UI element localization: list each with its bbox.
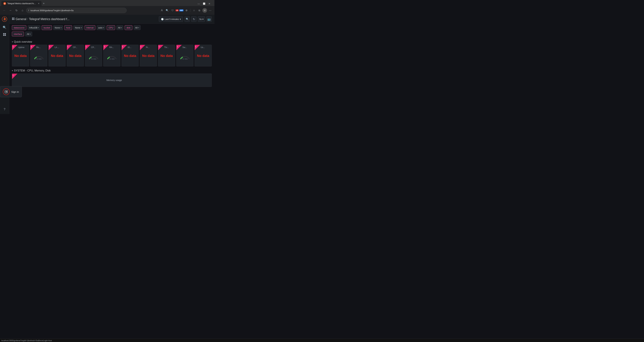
panel-no-data-io: No data (123, 50, 137, 62)
filter-label-cpu: CPU (107, 25, 115, 30)
section-header-quick-overview[interactable]: ▾ Quick overview (12, 39, 212, 45)
sidebar-item-dashboards[interactable] (1, 31, 8, 38)
sign-in-label[interactable]: Sign in (11, 90, 19, 93)
filter-label-interval: Interval (84, 25, 96, 30)
svg-rect-4 (3, 35, 4, 36)
home-button[interactable]: ⌂ (20, 8, 25, 13)
svg-text:No data: No data (109, 58, 114, 60)
section-header-system[interactable]: ▾ SYSTEM - CPU, Memory, Disk (12, 68, 212, 73)
filter-label-bucket: bucket (42, 25, 52, 30)
sidebar-item-search[interactable]: 🔍 (1, 24, 8, 31)
alert-dot: ! (122, 45, 123, 48)
shield-button[interactable]: 🛡 (170, 8, 175, 13)
panel-ra: ! RA... No data (103, 45, 120, 66)
grafana-logo[interactable] (2, 16, 8, 22)
more-options-button[interactable]: ⋯ (208, 8, 212, 13)
zoom-out-button[interactable]: 🔍 (184, 16, 190, 22)
panel-title-cp2: CP... (91, 46, 101, 48)
filter-label-datasource: datasource (12, 25, 26, 30)
back-button[interactable]: ← (2, 8, 7, 13)
profile-avatar[interactable]: U (202, 8, 207, 13)
alert-dot: ! (104, 45, 105, 48)
chevron-down-icon: ▾ (202, 18, 204, 20)
lock-icon: ℹ (28, 9, 29, 11)
filter-select-interval[interactable]: auto ▾ (97, 25, 106, 30)
nav-bar: ← → ↻ ⌂ ℹ localhost:3000/grafana/?orgId=… (0, 6, 214, 15)
filter-label-disk: disk (125, 25, 132, 30)
url-text: localhost:3000/grafana/?orgId=1&refresh=… (30, 9, 74, 12)
filter-select-influxdb[interactable]: InfluxDB ▾ (28, 25, 40, 30)
panel-cp1: ! CP... No data (67, 45, 84, 66)
top-bar: General / Telegraf Metrics dashboard f..… (9, 15, 214, 23)
svg-rect-8 (14, 17, 14, 18)
filter-value-cpu: All (118, 26, 120, 29)
svg-text:No data: No data (91, 58, 96, 60)
maximize-button[interactable]: ⬜ (202, 1, 206, 6)
sidebar-item-help[interactable]: ? (1, 106, 8, 113)
new-tab-button[interactable]: + (42, 1, 46, 6)
filter-select-bucket[interactable]: None ▾ (53, 25, 63, 30)
svg-rect-3 (5, 33, 6, 34)
profile-translate-button[interactable]: A (160, 8, 164, 13)
svg-rect-7 (12, 17, 13, 18)
panel-memory-usage: ! Memory usage (12, 73, 212, 87)
tv-mode-button[interactable]: 📺 (206, 16, 212, 22)
refresh-interval-label: 5s (199, 18, 202, 20)
svg-rect-2 (3, 33, 4, 34)
main-content: General / Telegraf Metrics dashboard f..… (9, 15, 214, 114)
filter-value-interval: auto (98, 26, 102, 29)
clock-icon: 🕐 (161, 18, 164, 20)
breadcrumb-section[interactable]: General (16, 17, 26, 21)
alert-dot: ! (31, 45, 32, 48)
alert-dot: ! (140, 45, 141, 48)
alert-dot: ! (86, 45, 86, 48)
zoom-button[interactable]: 🔍 (165, 8, 170, 13)
panel-title-us: Us... (201, 46, 210, 48)
panel-title-memory: Memory usage (106, 79, 122, 81)
panel-thr: ! Thr... No data (158, 45, 175, 66)
filter-value-disk: All (135, 26, 138, 29)
settings-button[interactable]: ⚙ (184, 8, 189, 13)
collections-button[interactable]: ⧉ (197, 8, 202, 13)
forward-button[interactable]: → (8, 8, 13, 13)
chevron-down-icon: ▾ (103, 27, 104, 29)
minimize-button[interactable]: — (196, 1, 201, 6)
panel-no-data-uptime: No data (14, 50, 28, 62)
ld-badge[interactable]: LD (176, 9, 178, 11)
abp-badge[interactable]: ABP (179, 9, 184, 11)
sidebar-bottom: Sign in ? (1, 79, 8, 113)
panel-no-data-us: No data (196, 50, 210, 62)
help-icon: ? (4, 108, 5, 111)
active-tab[interactable]: Telegraf Metrics dashboard for h... ✕ (1, 1, 42, 6)
filter-select-interface[interactable]: All ▾ (25, 32, 32, 36)
reload-button[interactable]: ↻ (14, 8, 19, 13)
section-title-quick-overview: Quick overview (14, 40, 32, 43)
filter-select-disk[interactable]: All ▾ (134, 25, 140, 30)
section-title-system: SYSTEM - CPU, Memory, Disk (14, 69, 50, 72)
tab-favicon (3, 2, 6, 5)
close-button[interactable]: ✕ (207, 1, 212, 6)
panel-sw: ! Sw... No data (176, 45, 194, 66)
bookmarks-button[interactable]: ☆ (192, 8, 196, 13)
panel-grid-quick-overview: ! Uptime No data ! Ro... No data (12, 45, 212, 66)
address-bar[interactable]: ℹ localhost:3000/grafana/?orgId=1&refres… (26, 8, 127, 13)
tab-title: Telegraf Metrics dashboard for h... (7, 2, 36, 5)
time-range-button[interactable]: 🕐 Last 5 minutes ▾ (159, 16, 183, 22)
refresh-button[interactable]: ↻ (191, 16, 196, 22)
filter-select-host[interactable]: None ▾ (74, 25, 83, 30)
filter-select-cpu[interactable]: All ▾ (116, 25, 123, 30)
panel-title-io: IO... (128, 46, 137, 48)
filter-bar: datasource InfluxDB ▾ bucket None ▾ host… (9, 23, 214, 32)
panel-gauge-ro: No data (32, 50, 46, 62)
svg-text:No data: No data (36, 58, 42, 60)
panel-title-cp1: CP... (73, 46, 82, 48)
refresh-interval-button[interactable]: 5s ▾ (198, 16, 205, 22)
panel-gauge-sw: No data (178, 50, 192, 62)
alert-dot: ! (177, 45, 178, 48)
tab-close-button[interactable]: ✕ (38, 2, 40, 5)
panel-cp2: ! CP... No data (85, 45, 102, 66)
svg-text:No data: No data (182, 58, 188, 60)
home-icon (12, 17, 14, 21)
browser-actions: A 🔍 🛡 LD ABP ⚙ ☆ ⧉ U ⋯ (160, 8, 212, 13)
chevron-down-icon: ▾ (121, 27, 122, 29)
